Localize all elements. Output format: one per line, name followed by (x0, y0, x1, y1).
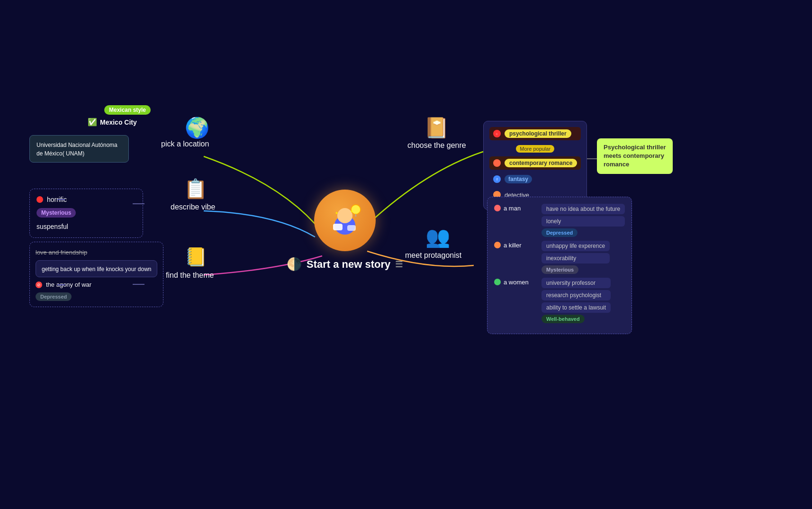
svg-text:★: ★ (335, 211, 338, 215)
vibe-horrific[interactable]: horrific (36, 196, 136, 203)
man-attr-1: have no idea about the future (541, 204, 625, 214)
svg-text:★: ★ (350, 209, 353, 213)
women-attr-2: research psychologist (541, 290, 611, 300)
center-label-text: Start a new story (307, 258, 390, 271)
killer-attr-1: unhappy life experence (541, 241, 610, 251)
character-women-label: a women (504, 278, 537, 286)
theme-agony-war[interactable]: ⊘ the agony of war (36, 281, 157, 288)
university-text: Universidad Nacional Autónoma de México(… (36, 142, 117, 157)
character-women[interactable]: a women university professor research ps… (494, 278, 625, 323)
genre-fantasy[interactable]: f fantasy (489, 173, 581, 186)
svg-rect-11 (333, 224, 343, 230)
women-attr-3: ability to settle a lawsuit (541, 302, 611, 313)
university-box[interactable]: Universidad Nacional Autónoma de México(… (29, 135, 129, 163)
theme-depressed: Depressed (36, 292, 157, 301)
character-man-label: a man (504, 204, 537, 212)
protagonist-icon: 👥 (425, 225, 450, 248)
theme-getting-back-text: getting back up when life knocks your do… (42, 266, 151, 273)
vibe-suspensful-text: suspensful (36, 223, 68, 230)
vibe-icon: 📋 (184, 178, 208, 200)
protagonist-panel: a man have no idea about the future lone… (487, 197, 632, 334)
psychological-thriller-tag: psychological thriller (505, 129, 571, 138)
vibe-label[interactable]: describe vibe (171, 203, 215, 211)
pick-location-label[interactable]: pick a location (161, 140, 209, 148)
women-attr-1: university professor (541, 278, 611, 288)
killer-attr-2: inexorability (541, 253, 610, 264)
theme-love-friendship[interactable]: love and friendship (36, 248, 157, 256)
vibe-mysterious-tag: Mysterious (36, 208, 76, 218)
genre-result-box: Psychological thriller meets contemporar… (597, 138, 673, 174)
character-killer[interactable]: a killer unhappy life experence inexorab… (494, 241, 625, 274)
theme-depressed-tag: Depressed (36, 292, 72, 301)
vibe-suspensful[interactable]: suspensful (36, 222, 136, 231)
genre-contemporary-romance[interactable]: contemporary romance (489, 156, 581, 170)
location-icon: 🌍 (185, 116, 209, 139)
center-node[interactable]: ★ ★ 🌗 Start a new story ☰ (287, 190, 403, 272)
theme-getting-back[interactable]: getting back up when life knocks your do… (36, 260, 157, 277)
man-attr-2: lonely (541, 216, 625, 227)
center-label: 🌗 Start a new story ☰ (287, 257, 403, 272)
fantasy-tag: fantasy (505, 175, 532, 183)
mexico-city-text: Mexico City (100, 118, 137, 126)
theme-agony-war-text: the agony of war (46, 281, 91, 288)
mexico-city-item[interactable]: ✅ Mexico City (88, 118, 137, 127)
protagonist-label[interactable]: meet protagonist (405, 251, 461, 260)
theme-panel: love and friendship getting back up when… (29, 242, 163, 307)
choose-genre-label[interactable]: choose the genre (407, 141, 466, 150)
genre-icon: 📔 (424, 116, 449, 139)
mexican-style-tag[interactable]: Mexican style (104, 105, 151, 115)
character-man[interactable]: a man have no idea about the future lone… (494, 204, 625, 237)
killer-mysterious-tag: Mysterious (541, 265, 578, 274)
theme-label[interactable]: find the theme (166, 271, 214, 280)
genre-psychological-thriller[interactable]: ○ psychological thriller (489, 127, 581, 140)
contemporary-romance-tag: contemporary romance (505, 159, 577, 167)
svg-rect-12 (347, 225, 356, 231)
character-killer-label: a killer (504, 241, 537, 249)
popular-badge: More popular (516, 145, 554, 153)
vibe-panel: horrific Mysterious suspensful (29, 189, 143, 238)
vibe-mysterious[interactable]: Mysterious (36, 208, 136, 218)
theme-icon: 📒 (185, 246, 207, 267)
man-depressed-tag: Depressed (541, 228, 577, 237)
women-wellbehaved-tag: Well-behaved (541, 315, 585, 323)
center-circle: ★ ★ (314, 190, 376, 251)
svg-text:○: ○ (496, 132, 498, 136)
theme-love-text: love and friendship (36, 249, 87, 256)
